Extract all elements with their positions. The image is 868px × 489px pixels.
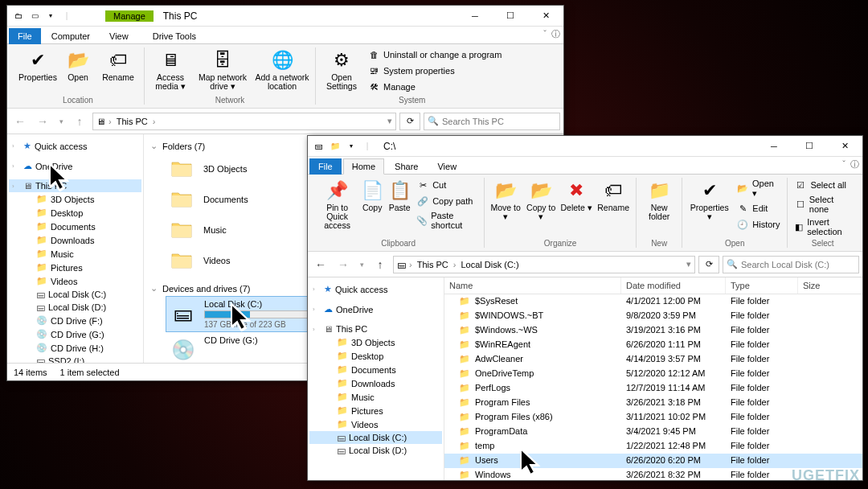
- expand-caret-icon[interactable]: ›: [313, 326, 321, 333]
- drive-local-c[interactable]: 🖴 Local Disk (C:) 137 GB free of 223 GB: [166, 297, 327, 331]
- tab-drive-tools[interactable]: Drive Tools: [144, 28, 205, 44]
- chevron-right-icon[interactable]: ›: [153, 117, 156, 126]
- forward-button[interactable]: →: [334, 255, 353, 274]
- up-button[interactable]: ↑: [371, 255, 390, 274]
- sidebar-item[interactable]: ›🖥This PC: [309, 323, 442, 335]
- sidebar-item[interactable]: ›☁OneDrive: [9, 159, 141, 173]
- search-input[interactable]: 🔍 Search Local Disk (C:): [723, 256, 859, 273]
- tab-file[interactable]: File: [9, 28, 41, 44]
- move-to-button[interactable]: 📂Move to ▾: [489, 178, 522, 223]
- qat-dropdown-icon[interactable]: ▾: [44, 10, 57, 23]
- forward-button[interactable]: →: [33, 112, 52, 131]
- sidebar-item[interactable]: 📁Documents: [9, 220, 141, 233]
- table-row[interactable]: 📁$WinREAgent6/26/2020 1:11 PMFile folder: [444, 338, 862, 352]
- cut-button[interactable]: ✂Cut: [415, 178, 479, 192]
- tab-view[interactable]: View: [428, 158, 465, 175]
- table-row[interactable]: 📁$WINDOWS.~BT9/8/2020 3:59 PMFile folder: [444, 309, 862, 323]
- drive-cd-g[interactable]: 💿 CD Drive (G:): [166, 333, 327, 363]
- folder-tile[interactable]: Music: [166, 216, 303, 244]
- uninstall-button[interactable]: 🗑Uninstall or change a program: [366, 47, 503, 62]
- col-date[interactable]: Date modified: [621, 277, 726, 294]
- tab-computer[interactable]: Computer: [43, 28, 99, 44]
- breadcrumb[interactable]: This PC: [115, 117, 149, 126]
- expand-caret-icon[interactable]: ›: [12, 162, 20, 170]
- sidebar-item[interactable]: ›★Quick access: [9, 139, 141, 153]
- recent-dropdown-icon[interactable]: ▾: [55, 112, 67, 131]
- sidebar-item[interactable]: 🖴Local Disk (D:): [9, 301, 141, 314]
- add-network-button[interactable]: 🌐Add a network location: [254, 47, 310, 92]
- sidebar-item[interactable]: 📁Documents: [309, 363, 442, 376]
- history-button[interactable]: 🕘History: [735, 217, 782, 232]
- sidebar-item[interactable]: 📁Pictures: [309, 404, 442, 417]
- new-folder-button[interactable]: 📁New folder: [641, 178, 677, 223]
- table-row[interactable]: 📁Program Files (x86)3/11/2021 10:02 PMFi…: [444, 410, 862, 425]
- back-button[interactable]: ←: [311, 255, 330, 274]
- sidebar-item[interactable]: 📁Music: [9, 247, 141, 261]
- sidebar-item[interactable]: 📁Desktop: [9, 206, 141, 220]
- folder-tile[interactable]: Documents: [166, 185, 303, 214]
- minimize-button[interactable]: ─: [756, 136, 792, 157]
- refresh-button[interactable]: ⟳: [698, 256, 719, 273]
- search-input[interactable]: 🔍 Search This PC: [424, 113, 560, 130]
- table-row[interactable]: 📁$Windows.~WS3/19/2021 3:16 PMFile folde…: [444, 323, 862, 338]
- table-row[interactable]: 📁Users6/26/2020 6:20 PMFile folder: [444, 454, 862, 468]
- manage-button[interactable]: 🛠Manage: [366, 80, 503, 94]
- tab-view[interactable]: View: [100, 28, 137, 44]
- access-media-button[interactable]: 🖥Access media ▾: [149, 47, 191, 92]
- sidebar-item[interactable]: 📁Downloads: [309, 376, 442, 390]
- rename-button[interactable]: 🏷Rename: [97, 47, 139, 84]
- contextual-tab-manage[interactable]: Manage: [105, 10, 154, 22]
- col-type[interactable]: Type: [726, 277, 798, 294]
- column-headers[interactable]: Name Date modified Type Size: [444, 277, 862, 294]
- open-button[interactable]: 📂Open ▾: [735, 178, 782, 199]
- minimize-button[interactable]: ─: [457, 6, 493, 27]
- sidebar-item[interactable]: 💿CD Drive (F:): [9, 314, 141, 327]
- open-button[interactable]: 📂Open: [62, 47, 94, 84]
- expand-caret-icon[interactable]: ›: [313, 306, 321, 313]
- open-settings-button[interactable]: ⚙Open Settings: [321, 47, 362, 92]
- copy-button[interactable]: 📄Copy: [360, 178, 384, 214]
- sidebar-item[interactable]: ›★Quick access: [309, 282, 442, 296]
- breadcrumb[interactable]: This PC: [416, 260, 450, 269]
- copy-path-button[interactable]: 🔗Copy path: [415, 194, 479, 208]
- back-button[interactable]: ←: [10, 112, 30, 131]
- chevron-right-icon[interactable]: ›: [409, 260, 412, 269]
- sidebar-item[interactable]: ›🖥This PC: [9, 179, 141, 192]
- refresh-button[interactable]: ⟳: [399, 113, 420, 130]
- up-button[interactable]: ↑: [70, 112, 89, 131]
- sidebar-item[interactable]: 📁3D Objects: [309, 335, 442, 349]
- copy-to-button[interactable]: 📂Copy to ▾: [525, 178, 557, 223]
- table-row[interactable]: 📁AdwCleaner4/14/2019 3:57 PMFile folder: [444, 352, 862, 367]
- table-row[interactable]: 📁temp1/22/2021 12:48 PMFile folder: [444, 439, 862, 454]
- select-none-button[interactable]: ☐Select none: [792, 194, 853, 215]
- table-row[interactable]: 📁$SysReset4/1/2021 12:00 PMFile folder: [444, 294, 862, 309]
- table-row[interactable]: 📁PerfLogs12/7/2019 11:14 AMFile folder: [444, 381, 862, 396]
- invert-selection-button[interactable]: ◧Invert selection: [792, 216, 853, 237]
- sidebar-item[interactable]: 🖴Local Disk (C:): [309, 431, 442, 444]
- paste-shortcut-button[interactable]: 📎Paste shortcut: [415, 210, 479, 231]
- edit-button[interactable]: ✎Edit: [735, 201, 782, 216]
- table-row[interactable]: 📁ProgramData3/4/2021 9:45 PMFile folder: [444, 425, 862, 439]
- chevron-down-icon[interactable]: ⌄: [150, 141, 158, 151]
- tab-file[interactable]: File: [309, 158, 342, 175]
- chevron-down-icon[interactable]: ⌄: [150, 283, 158, 294]
- system-properties-button[interactable]: 🖳System properties: [366, 64, 503, 78]
- qat-folder-icon[interactable]: 📁: [329, 140, 342, 153]
- sidebar-item[interactable]: 🖴Local Disk (D:): [309, 444, 442, 457]
- tab-share[interactable]: Share: [386, 158, 427, 175]
- sidebar-item[interactable]: 💿CD Drive (G:): [9, 327, 141, 341]
- address-bar[interactable]: 🖴 › This PC › Local Disk (C:) ▾: [393, 256, 695, 273]
- sidebar-item[interactable]: 📁Desktop: [309, 349, 442, 363]
- breadcrumb[interactable]: Local Disk (C:): [459, 260, 520, 269]
- expand-caret-icon[interactable]: ›: [12, 183, 20, 190]
- rename-button[interactable]: 🏷Rename: [596, 178, 631, 214]
- expand-caret-icon[interactable]: ›: [313, 286, 321, 293]
- col-size[interactable]: Size: [798, 277, 862, 294]
- col-name[interactable]: Name: [444, 277, 621, 294]
- properties-button[interactable]: ✔︎Properties: [17, 47, 59, 84]
- close-button[interactable]: ✕: [528, 6, 563, 27]
- sidebar-item[interactable]: 🖴SSD2 (I:): [9, 355, 141, 363]
- qat-dropdown-icon[interactable]: ▾: [345, 140, 358, 153]
- sidebar-item[interactable]: 📁Music: [309, 390, 442, 404]
- address-bar[interactable]: 🖥 › This PC › ▾: [92, 113, 396, 130]
